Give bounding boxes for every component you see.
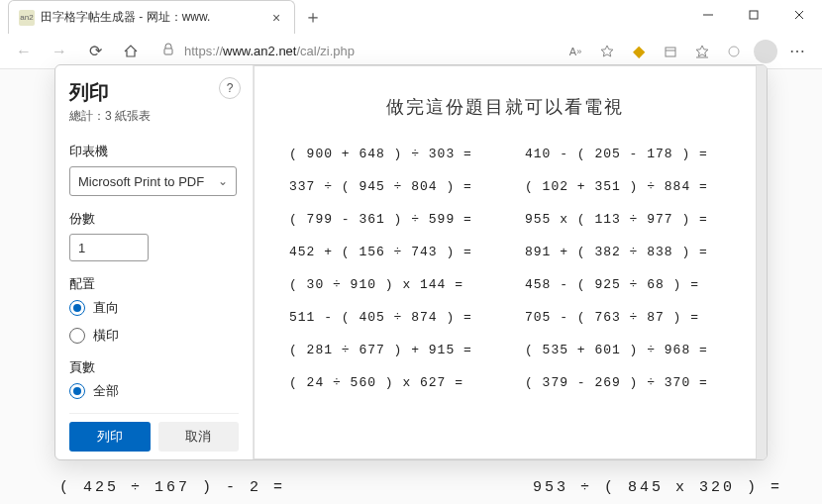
equation: ( 30 ÷ 910 ) x 144 = [289, 277, 485, 292]
preview-scrollbar[interactable] [757, 65, 767, 459]
minimize-button[interactable] [685, 0, 731, 30]
window-controls [685, 0, 822, 30]
equation: ( 535 + 601 ) ÷ 968 = [525, 343, 721, 357]
collections-icon[interactable] [656, 38, 685, 65]
radio-icon [69, 328, 85, 344]
refresh-button[interactable]: ⟳ [81, 38, 109, 65]
radio-selected-icon [69, 300, 85, 316]
url-text: https://www.an2.net/cal/zi.php [184, 44, 355, 58]
cancel-button[interactable]: 取消 [158, 422, 240, 452]
equation: ( 799 - 361 ) ÷ 599 = [289, 212, 485, 227]
equation: ( 24 ÷ 560 ) x 627 = [289, 375, 485, 390]
printer-select[interactable]: Microsoft Print to PDF ⌄ [69, 166, 237, 196]
pages-all-radio[interactable]: 全部 [69, 382, 237, 400]
page-content: 列印 總計：3 紙張表 ? 印表機 Microsoft Print to PDF… [0, 69, 822, 504]
svg-point-8 [729, 47, 739, 56]
print-options-scroll[interactable]: 印表機 Microsoft Print to PDF ⌄ 份數 1 配置 直向 … [69, 139, 239, 407]
radio-selected-icon [69, 383, 85, 399]
equation: ( 102 + 351 ) ÷ 884 = [525, 179, 721, 194]
read-aloud-icon[interactable]: A» [561, 38, 590, 65]
favorites-list-icon[interactable] [687, 38, 717, 65]
layout-landscape-radio[interactable]: 橫印 [69, 327, 237, 345]
svg-rect-4 [164, 49, 172, 54]
equation: 458 - ( 925 ÷ 68 ) = [525, 277, 721, 292]
tab-favicon: an2 [19, 10, 35, 26]
chevron-down-icon: ⌄ [218, 174, 228, 188]
equation: ( 425 ÷ 167 ) - 2 = [59, 479, 285, 496]
equation: 891 + ( 382 ÷ 838 ) = [525, 245, 721, 259]
favorite-icon[interactable] [592, 38, 622, 65]
window-titlebar: an2 田字格字帖生成器 - 网址：www. × ＋ [0, 0, 822, 34]
url-field[interactable]: https://www.an2.net/cal/zi.php [153, 38, 553, 65]
pages-label: 頁數 [69, 358, 237, 376]
equation: 452 + ( 156 ÷ 743 ) = [289, 245, 485, 259]
home-button[interactable] [117, 38, 145, 65]
print-total: 總計：3 紙張表 [69, 108, 239, 125]
extension-icon[interactable]: ◆ [624, 38, 654, 65]
svg-rect-1 [750, 11, 758, 19]
forward-button[interactable]: → [46, 38, 73, 65]
equation: 953 ÷ ( 845 x 320 ) = [533, 479, 782, 496]
back-button[interactable]: ← [10, 38, 38, 65]
equation: ( 281 ÷ 677 ) + 915 = [289, 343, 485, 357]
preview-page: 做完這份題目就可以看電視 ( 900 + 648 ) ÷ 303 =410 - … [254, 65, 757, 459]
profile-avatar[interactable] [751, 38, 780, 65]
maximize-button[interactable] [731, 0, 776, 30]
svg-rect-5 [666, 48, 675, 56]
performance-icon[interactable] [719, 38, 749, 65]
layout-portrait-radio[interactable]: 直向 [69, 299, 237, 317]
equation: 511 - ( 405 ÷ 874 ) = [289, 310, 485, 325]
equation: ( 900 + 648 ) ÷ 303 = [289, 147, 485, 161]
copies-label: 份數 [69, 210, 237, 228]
help-icon[interactable]: ? [219, 77, 241, 99]
equation: 337 ÷ ( 945 ÷ 804 ) = [289, 179, 485, 194]
page-bottom-equations: ( 425 ÷ 167 ) - 2 = 953 ÷ ( 845 x 320 ) … [0, 479, 822, 496]
equation: 955 x ( 113 ÷ 977 ) = [525, 212, 721, 227]
equation: ( 379 - 269 ) ÷ 370 = [525, 375, 721, 390]
print-button[interactable]: 列印 [69, 422, 151, 452]
printer-label: 印表機 [69, 143, 237, 160]
new-tab-button[interactable]: ＋ [299, 3, 327, 31]
tab-title: 田字格字帖生成器 - 网址：www. [41, 9, 262, 26]
more-menu-icon[interactable]: ⋯ [782, 38, 812, 65]
copies-input[interactable]: 1 [69, 234, 149, 261]
print-title: 列印 [69, 79, 239, 106]
lock-icon [160, 42, 176, 60]
print-preview: 做完這份題目就可以看電視 ( 900 + 648 ) ÷ 303 =410 - … [254, 65, 757, 459]
printer-value: Microsoft Print to PDF [78, 174, 204, 189]
print-buttons: 列印 取消 [69, 413, 239, 452]
equation-grid: ( 900 + 648 ) ÷ 303 =410 - ( 205 - 178 )… [289, 147, 721, 390]
equation: 410 - ( 205 - 178 ) = [525, 147, 721, 161]
equation: 705 - ( 763 ÷ 87 ) = [525, 310, 721, 325]
window-close-button[interactable] [776, 0, 822, 30]
sheet-heading: 做完這份題目就可以看電視 [289, 95, 721, 119]
layout-label: 配置 [69, 275, 237, 293]
close-tab-icon[interactable]: × [268, 10, 284, 26]
browser-tab[interactable]: an2 田字格字帖生成器 - 网址：www. × [8, 0, 295, 34]
print-dialog: 列印 總計：3 紙張表 ? 印表機 Microsoft Print to PDF… [54, 64, 768, 460]
print-sidebar: 列印 總計：3 紙張表 ? 印表機 Microsoft Print to PDF… [55, 65, 254, 459]
